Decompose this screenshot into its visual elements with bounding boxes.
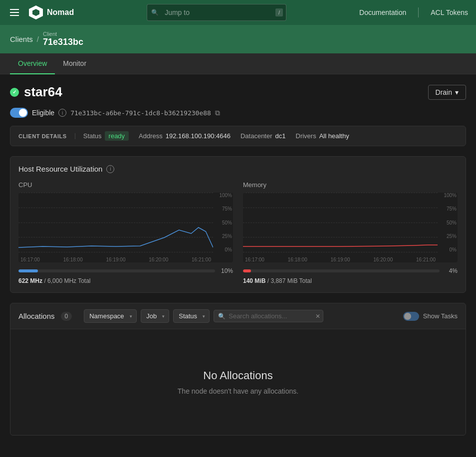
search-icon: 🔍 [218,313,226,320]
alloc-count: 0 [61,312,72,321]
node-id: 71e313bc-a6be-791c-1dc8-b36219230e88 [70,109,211,117]
eligible-label: Eligible [32,109,54,117]
cpu-progress-fill [18,269,38,272]
slash-shortcut: / [275,8,283,16]
cpu-chart-svg [18,193,213,252]
cpu-x-labels: 16:17:00 16:18:00 16:19:00 16:20:00 16:2… [18,257,213,262]
drivers-detail: Drivers All healthy [296,132,349,140]
cpu-chart-container: CPU 100% 75% 50% [18,181,233,284]
node-name-row: star64 [10,84,62,100]
datacenter-label: Datacenter [240,132,272,140]
memory-progress-row: 4% [243,267,458,274]
drain-button[interactable]: Drain ▾ [428,85,466,100]
search-input[interactable] [229,312,312,320]
clear-search-icon[interactable]: ✕ [315,313,320,320]
datacenter-value: dc1 [275,132,286,140]
memory-label: Memory [243,181,458,189]
cpu-progress-bar [18,269,215,272]
nav-divider [418,7,419,17]
cpu-stats: 622 MHz / 6,000 MHz Total [18,277,233,284]
filter-group: Namespace Job Status 🔍 ✕ [84,309,458,323]
resource-section: Host Resource Utilization i CPU [10,156,466,293]
breadcrumb-client-label: Client [43,31,83,37]
cpu-chart-area: 100% 75% 50% 25% 0% 16:17:00 16:18:00 16… [18,193,233,262]
memory-chart-area: 100% 75% 50% 25% 0% 16:17:00 16:18:00 16… [243,193,458,262]
eligible-toggle[interactable] [10,108,28,118]
show-tasks-toggle[interactable] [403,312,419,321]
nomad-logo-icon [29,5,43,19]
allocations-header: Allocations 0 Namespace Job Status [10,303,466,329]
address-detail: Address 192.168.100.190:4646 [139,132,231,140]
status-filter-wrapper: Status [173,309,210,323]
breadcrumb: Clients / Client 71e313bc [0,25,476,53]
no-alloc-title: No Allocations [20,369,456,382]
main-content: star64 Drain ▾ Eligible i 71e313bc-a6be-… [0,74,476,447]
no-alloc-sub: The node doesn't have any allocations. [20,387,456,395]
acl-tokens-link[interactable]: ACL Tokens [431,8,468,16]
memory-chart-container: Memory 100% 75% 50% [243,181,458,284]
memory-progress-bar [243,269,440,272]
job-filter[interactable]: Job [141,309,169,323]
breadcrumb-separator: / [37,35,39,43]
node-name: star64 [24,84,62,100]
client-details-bar: CLIENT DETAILS Status ready Address 192.… [10,126,466,146]
memory-y-labels: 100% 75% 50% 25% 0% [439,193,458,252]
status-filter[interactable]: Status [173,309,210,323]
breadcrumb-current: 71e313bc [43,37,83,47]
copy-icon[interactable]: ⧉ [215,109,220,117]
status-detail: Status ready [83,131,129,141]
namespace-filter-wrapper: Namespace [84,309,137,323]
resource-info-icon[interactable]: i [106,165,114,173]
datacenter-detail: Datacenter dc1 [240,132,286,140]
jump-to-input[interactable] [163,4,275,20]
address-label: Address [139,132,163,140]
documentation-link[interactable]: Documentation [359,8,406,16]
breadcrumb-clients-link[interactable]: Clients [10,35,33,43]
search-icon: 🔍 [147,9,163,16]
search-box: 🔍 ✕ [214,310,323,322]
namespace-filter[interactable]: Namespace [84,309,137,323]
hamburger-button[interactable] [8,7,21,18]
charts-row: CPU 100% 75% 50% [18,181,458,284]
eligible-info-icon[interactable]: i [58,109,66,117]
status-label: Status [83,132,102,140]
job-filter-wrapper: Job [141,309,169,323]
tabs-bar: Overview Monitor [0,53,476,74]
chevron-down-icon: ▾ [455,88,459,96]
drivers-value: All healthy [319,132,349,140]
svg-marker-0 [32,9,39,16]
jump-to-container: 🔍 / [147,4,286,21]
memory-x-labels: 16:17:00 16:18:00 16:19:00 16:20:00 16:2… [243,257,438,262]
cpu-progress-row: 10% [18,267,233,274]
cpu-label: CPU [18,181,233,189]
top-nav: Nomad 🔍 / Documentation ACL Tokens [0,0,476,25]
memory-progress-pct: 4% [444,267,458,274]
no-allocations-area: No Allocations The node doesn't have any… [10,329,466,435]
jump-to-wrapper: 🔍 / [82,4,351,21]
nav-links: Documentation ACL Tokens [359,7,468,17]
cpu-progress-pct: 10% [219,267,233,274]
address-value: 192.168.100.190:4646 [166,132,231,140]
drivers-label: Drivers [296,132,316,140]
show-tasks-label: Show Tasks [423,312,458,320]
memory-chart-svg [243,193,438,252]
memory-progress-fill [243,269,251,272]
show-tasks-row: Show Tasks [403,312,458,321]
cpu-y-labels: 100% 75% 50% 25% 0% [214,193,233,252]
logo[interactable]: Nomad [29,5,74,19]
tab-overview[interactable]: Overview [10,53,55,74]
allocations-section: Allocations 0 Namespace Job Status [10,303,466,436]
resource-title: Host Resource Utilization i [18,165,458,173]
allocations-title: Allocations [18,312,55,320]
logo-text: Nomad [47,8,74,17]
status-value: ready [105,131,129,141]
eligible-row: Eligible i 71e313bc-a6be-791c-1dc8-b3621… [10,108,466,118]
memory-stats: 140 MiB / 3,887 MiB Total [243,277,458,284]
node-header: star64 Drain ▾ [10,84,466,100]
tab-monitor[interactable]: Monitor [55,53,94,74]
client-details-title: CLIENT DETAILS [18,133,75,139]
status-dot [10,88,19,97]
